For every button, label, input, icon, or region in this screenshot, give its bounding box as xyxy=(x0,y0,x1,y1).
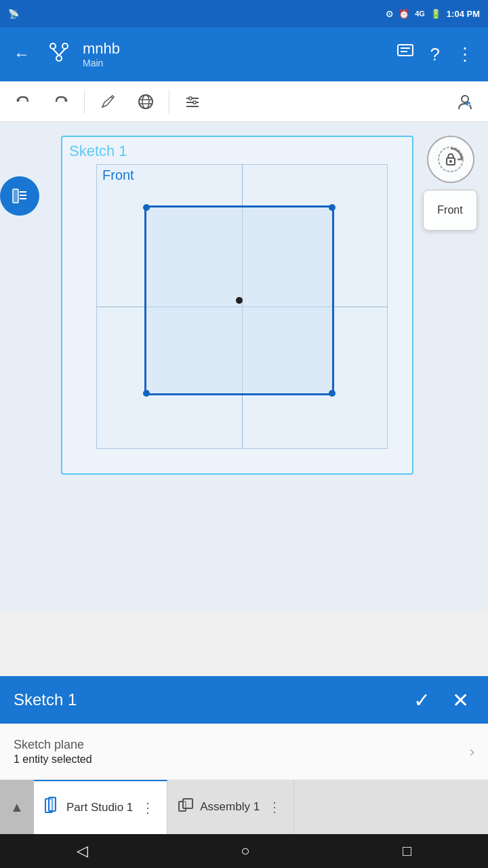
app-bar: ← mnhb Main ? ⋮ xyxy=(0,27,488,81)
sketch-panel: Sketch 1 ✓ ✕ Sketch plane 1 entity selec… xyxy=(0,676,488,780)
canvas-area: Front Sketch 1 Front xyxy=(0,122,488,610)
app-bar-actions: ? ⋮ xyxy=(391,38,480,71)
svg-line-3 xyxy=(53,49,59,56)
svg-rect-29 xyxy=(49,797,56,811)
corner-handle-tl[interactable] xyxy=(143,204,150,211)
svg-point-1 xyxy=(62,43,68,49)
svg-point-0 xyxy=(50,43,56,49)
status-bar: 📡 ⊙ ⏰ 4G 🔋 1:04 PM xyxy=(0,0,488,27)
corner-handle-bl[interactable] xyxy=(143,390,150,397)
app-bar-title-block: mnhb Main xyxy=(83,40,383,68)
svg-point-9 xyxy=(139,95,152,108)
battery-icon: 🔋 xyxy=(430,9,441,19)
status-left: 📡 xyxy=(8,9,19,19)
view-frame: Front xyxy=(96,164,388,449)
sketch-plane-title: Sketch plane xyxy=(14,738,470,752)
app-subtitle: Main xyxy=(83,58,383,68)
sketch-plane-info: Sketch plane 1 entity selected xyxy=(14,738,470,766)
svg-rect-24 xyxy=(13,189,18,203)
tab-part-studio-label: Part Studio 1 xyxy=(66,801,133,814)
svg-point-2 xyxy=(56,56,62,61)
front-label: Front xyxy=(437,204,462,216)
tab-part-studio[interactable]: Part Studio 1 ⋮ xyxy=(34,780,167,834)
svg-line-8 xyxy=(111,97,113,98)
wifi-icon: 📡 xyxy=(8,9,19,19)
features-panel-button[interactable] xyxy=(0,176,39,216)
sketch-panel-actions: ✓ ✕ xyxy=(408,686,474,715)
person-button[interactable]: ★ xyxy=(447,84,483,119)
expand-icon: ▲ xyxy=(10,800,24,815)
back-button[interactable]: ← xyxy=(8,39,35,69)
status-right: ⊙ ⏰ 4G 🔋 1:04 PM xyxy=(386,9,480,19)
sketch-plane-subtitle: 1 entity selected xyxy=(14,753,470,766)
svg-point-23 xyxy=(449,160,452,163)
tab-part-studio-more[interactable]: ⋮ xyxy=(138,800,157,816)
globe-button[interactable] xyxy=(128,84,163,119)
center-point xyxy=(236,297,243,304)
sketch-panel-header: Sketch 1 ✓ ✕ xyxy=(0,676,488,724)
tab-assembly[interactable]: Assembly 1 ⋮ xyxy=(167,780,294,834)
sketch-panel-body: Sketch plane 1 entity selected › xyxy=(0,724,488,780)
svg-rect-31 xyxy=(183,799,192,808)
android-nav-bar: ◁ ○ □ xyxy=(0,834,488,868)
adjust-button[interactable] xyxy=(175,84,210,119)
toolbar: ★ xyxy=(0,81,488,122)
sketch-plane-row[interactable]: Sketch plane 1 entity selected › xyxy=(0,724,488,780)
front-view-button[interactable]: Front xyxy=(423,190,477,231)
toolbar-divider-1 xyxy=(84,90,85,114)
sketch-panel-title: Sketch 1 xyxy=(14,690,408,709)
network-label: 4G xyxy=(415,9,425,18)
corner-handle-tr[interactable] xyxy=(329,204,336,211)
chat-button[interactable] xyxy=(391,38,420,71)
app-title: mnhb xyxy=(83,40,383,58)
time-label: 1:04 PM xyxy=(447,9,480,19)
tab-assembly-more[interactable]: ⋮ xyxy=(265,799,284,815)
sketch-close-button[interactable]: ✕ xyxy=(447,686,474,715)
more-menu-button[interactable]: ⋮ xyxy=(451,39,480,71)
pencil-button[interactable] xyxy=(90,84,125,119)
alarm-icon: ⏰ xyxy=(399,9,409,19)
undo-button[interactable] xyxy=(5,84,41,119)
nav-recent-button[interactable]: □ xyxy=(386,837,428,865)
part-studio-icon xyxy=(43,797,61,818)
sketch-confirm-button[interactable]: ✓ xyxy=(408,686,436,715)
tabs-expand-button[interactable]: ▲ xyxy=(0,780,34,834)
nav-back-button[interactable]: ◁ xyxy=(60,837,104,865)
sketch-frame: Sketch 1 Front xyxy=(61,136,413,475)
signal-icon: ⊙ xyxy=(386,9,393,19)
svg-point-10 xyxy=(142,95,149,108)
help-button[interactable]: ? xyxy=(425,39,445,71)
svg-rect-5 xyxy=(398,45,413,56)
sketch-label: Sketch 1 xyxy=(69,142,127,160)
branch-icon xyxy=(43,37,75,72)
tab-assembly-label: Assembly 1 xyxy=(200,800,260,814)
rotate-lock-button[interactable] xyxy=(427,136,474,183)
bottom-tabs-bar: ▲ Part Studio 1 ⋮ Assembly 1 ⋮ xyxy=(0,780,488,834)
svg-rect-17 xyxy=(193,101,196,104)
chevron-right-icon: › xyxy=(470,743,474,761)
sketch-rectangle[interactable] xyxy=(144,205,334,395)
nav-home-button[interactable]: ○ xyxy=(224,837,266,865)
view-front-label: Front xyxy=(102,167,134,183)
svg-line-4 xyxy=(59,49,65,56)
svg-point-18 xyxy=(462,96,468,102)
svg-rect-16 xyxy=(189,97,192,100)
assembly-icon xyxy=(177,796,195,818)
toolbar-divider-2 xyxy=(169,90,169,114)
corner-handle-br[interactable] xyxy=(329,390,336,397)
svg-text:★: ★ xyxy=(467,102,470,106)
redo-button[interactable] xyxy=(43,84,79,119)
